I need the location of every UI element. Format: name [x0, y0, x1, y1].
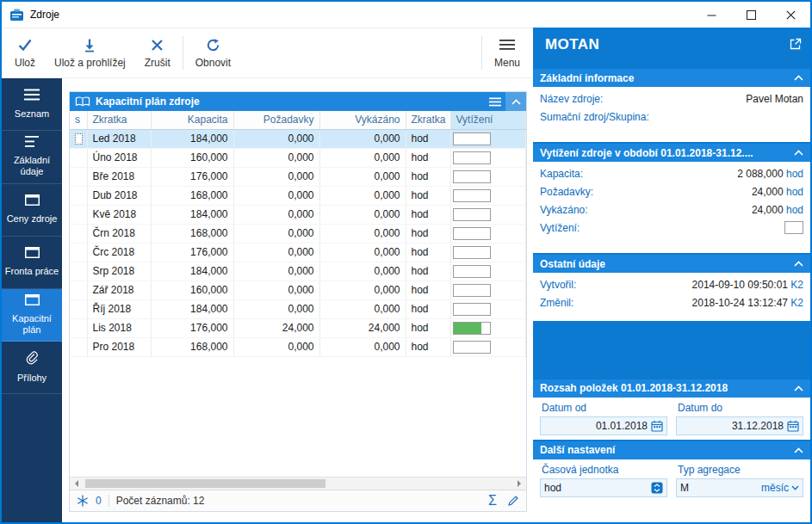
table-cell-utilization[interactable] [450, 337, 526, 356]
table-cell[interactable]: 168,000 [151, 337, 233, 356]
table-cell-utilization[interactable] [450, 318, 526, 337]
table-cell[interactable]: 0,000 [233, 186, 319, 205]
table-cell-utilization[interactable] [450, 129, 526, 148]
table-cell[interactable]: 176,000 [151, 243, 233, 262]
table-cell[interactable]: 0,000 [233, 280, 319, 299]
chevron-up-icon[interactable] [789, 150, 803, 156]
table-cell-utilization[interactable] [450, 299, 526, 318]
table-cell[interactable] [70, 243, 87, 262]
date-from-field[interactable]: 01.01.2018 [540, 416, 667, 435]
section-settings-header[interactable]: Další nastavení [533, 441, 810, 459]
table-cell[interactable]: Črn 2018 [87, 224, 151, 243]
table-cell[interactable] [70, 167, 87, 186]
table-cell[interactable]: 168,000 [151, 186, 233, 205]
table-cell[interactable]: 176,000 [151, 318, 233, 337]
table-cell[interactable]: Črc 2018 [87, 243, 151, 262]
table-cell[interactable]: 0,000 [233, 337, 319, 356]
save-and-view-button[interactable]: Ulož a prohlížej [45, 32, 135, 74]
table-cell[interactable]: 0,000 [233, 262, 319, 280]
table-cell[interactable]: hod [406, 243, 450, 262]
chevron-up-icon[interactable] [789, 75, 803, 81]
calendar-icon[interactable] [787, 420, 799, 432]
table-cell[interactable]: 168,000 [151, 224, 233, 243]
table-cell[interactable]: 0,000 [319, 186, 406, 205]
table-cell[interactable]: 0,000 [233, 205, 319, 224]
menu-button[interactable]: Menu [485, 32, 530, 74]
table-cell[interactable]: 0,000 [319, 337, 406, 356]
table-cell-utilization[interactable] [450, 280, 526, 299]
grid-menu-button[interactable] [485, 92, 505, 111]
table-cell[interactable]: hod [406, 205, 450, 224]
table-cell[interactable]: 0,000 [319, 280, 406, 299]
refresh-button[interactable]: Obnovit [186, 32, 240, 74]
scroll-left-button[interactable] [70, 478, 84, 490]
sidebar-item-ceny-zdroje[interactable]: Ceny zdroje [2, 184, 62, 237]
table-cell[interactable]: hod [406, 280, 450, 299]
table-cell[interactable]: 184,000 [151, 299, 233, 318]
chevron-up-icon[interactable] [789, 385, 803, 391]
save-button[interactable]: Ulož [5, 32, 45, 74]
utilization-value-box[interactable] [784, 221, 803, 234]
column-header[interactable]: Vykázáno [319, 111, 406, 129]
table-cell[interactable]: hod [406, 167, 450, 186]
table-cell[interactable]: 24,000 [233, 318, 319, 337]
table-cell[interactable] [70, 262, 87, 280]
table-cell[interactable]: hod [406, 337, 450, 356]
column-header[interactable]: Kapacita [151, 111, 233, 129]
grid-collapse-button[interactable] [505, 92, 526, 111]
table-cell[interactable]: Zář 2018 [87, 280, 151, 299]
minimize-button[interactable] [691, 2, 731, 28]
column-header[interactable]: s [70, 111, 87, 129]
table-cell[interactable] [70, 224, 87, 243]
table-cell[interactable]: 0,000 [319, 129, 406, 148]
table-cell[interactable]: 184,000 [151, 205, 233, 224]
table-cell[interactable]: hod [406, 148, 450, 167]
table-row[interactable]: Pro 2018168,0000,0000,000hod [70, 337, 526, 356]
table-cell[interactable]: Pro 2018 [87, 337, 151, 356]
table-cell[interactable]: hod [406, 224, 450, 243]
table-row[interactable]: Kvě 2018184,0000,0000,000hod [70, 205, 526, 224]
table-row[interactable]: Dub 2018168,0000,0000,000hod [70, 186, 526, 205]
table-row[interactable]: Črn 2018168,0000,0000,000hod [70, 224, 526, 243]
sidebar-item-zakladni-udaje[interactable]: Základní údaje [2, 131, 62, 184]
table-cell[interactable]: 0,000 [233, 167, 319, 186]
scrollbar-thumb[interactable] [85, 479, 325, 488]
table-cell[interactable] [70, 318, 87, 337]
section-basic-header[interactable]: Základní informace [533, 69, 810, 87]
table-cell[interactable]: Srp 2018 [87, 262, 151, 280]
column-header[interactable]: Zkratka [87, 111, 151, 129]
sidebar-item-fronta-prace[interactable]: Fronta práce [2, 237, 62, 289]
table-cell[interactable]: Lis 2018 [87, 318, 151, 337]
section-other-header[interactable]: Ostatní údaje [533, 255, 810, 273]
table-cell-utilization[interactable] [450, 205, 526, 224]
table-cell[interactable] [70, 186, 87, 205]
table-cell[interactable]: 0,000 [319, 224, 406, 243]
time-unit-combobox[interactable]: hod [540, 478, 667, 497]
table-cell[interactable]: 0,000 [319, 243, 406, 262]
table-cell[interactable] [70, 148, 87, 167]
calendar-icon[interactable] [651, 420, 663, 432]
table-cell-utilization[interactable] [450, 186, 526, 205]
table-cell[interactable]: 0,000 [233, 243, 319, 262]
table-cell[interactable]: hod [406, 299, 450, 318]
table-cell[interactable]: 160,000 [151, 280, 233, 299]
table-cell[interactable]: 0,000 [233, 224, 319, 243]
table-cell[interactable]: Úno 2018 [87, 148, 151, 167]
table-cell[interactable]: 0,000 [233, 148, 319, 167]
table-cell-utilization[interactable] [450, 148, 526, 167]
table-row[interactable]: Zář 2018160,0000,0000,000hod [70, 280, 526, 299]
table-row[interactable]: Úno 2018160,0000,0000,000hod [70, 148, 526, 167]
sidebar-item-kapacitni-plan[interactable]: Kapacitní plán [2, 289, 62, 342]
table-cell[interactable]: hod [406, 318, 450, 337]
table-cell[interactable]: Dub 2018 [87, 186, 151, 205]
pencil-icon[interactable] [507, 495, 519, 507]
table-cell[interactable]: 0,000 [319, 205, 406, 224]
scrollbar-track[interactable] [84, 478, 512, 490]
date-to-field[interactable]: 31.12.2018 [676, 416, 803, 435]
horizontal-scrollbar[interactable] [70, 477, 526, 490]
table-cell[interactable]: 0,000 [319, 167, 406, 186]
table-row[interactable]: Lis 2018176,00024,00024,000hod [70, 318, 526, 337]
table-row[interactable]: Led 2018184,0000,0000,000hod [70, 129, 526, 148]
table-cell[interactable] [70, 337, 87, 356]
table-cell[interactable]: hod [406, 262, 450, 280]
